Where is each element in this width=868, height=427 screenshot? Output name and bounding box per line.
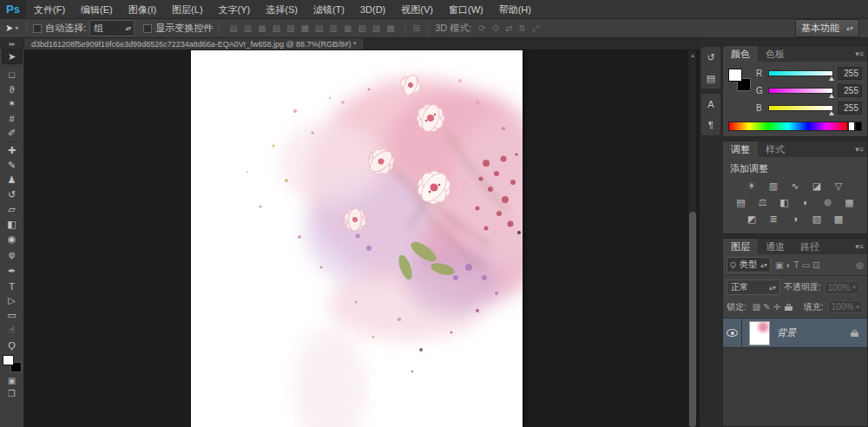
3d-mode-icon-4[interactable]: ⤢ [530,23,541,34]
layer-visibility-toggle[interactable] [723,319,742,347]
auto-select-checkbox[interactable] [33,24,42,33]
workspace-switcher[interactable]: 基本功能 ▴▾ [795,19,859,37]
tab-swatches[interactable]: 色板 [758,46,792,62]
3d-mode-icon-3[interactable]: ⇅ [516,23,527,34]
vibrance-icon[interactable]: ▽ [830,179,848,193]
menu-item-4[interactable]: 文字(Y) [211,0,259,19]
history-brush-tool[interactable]: ↺ [2,187,23,202]
3d-mode-icon-2[interactable]: ⇄ [503,23,514,34]
align-icon-1[interactable]: ▥ [242,23,253,33]
align-icon-10[interactable]: ▨ [371,23,382,33]
foreground-color-swatch[interactable] [3,355,14,365]
gradient-tool[interactable]: ◧ [2,217,23,232]
filter-type-layers-icon[interactable]: T [794,260,799,270]
toolbox-collapse-button[interactable]: ▸▸ [0,38,23,49]
threshold-icon[interactable]: ◑ [786,212,805,226]
menu-item-3[interactable]: 图层(L) [164,0,210,19]
healing-brush-tool[interactable]: ✚ [2,143,23,158]
channel-slider-r[interactable] [768,70,833,76]
eraser-tool[interactable]: ▱ [2,202,23,217]
dodge-tool[interactable]: φ [2,246,23,261]
pen-tool[interactable]: ✒ [2,264,23,279]
zoom-tool[interactable]: Ϙ [2,338,23,352]
color-lookup-icon[interactable]: ▦ [840,195,858,209]
layer-filter-kind-dropdown[interactable]: Ϙ 类型 ▴▾ [727,257,771,273]
channel-slider-g[interactable] [768,88,833,94]
menu-item-1[interactable]: 编辑(E) [73,0,121,19]
channel-mixer-icon[interactable]: ⊚ [819,195,837,209]
eyedropper-tool[interactable]: ✐ [2,126,23,141]
tab-styles[interactable]: 样式 [758,141,792,157]
photo-filter-icon[interactable]: ◐ [797,195,815,209]
scrollbar-thumb[interactable] [689,212,696,427]
move-tool[interactable]: ➤ [2,49,23,64]
menu-item-7[interactable]: 3D(D) [352,0,393,19]
hand-tool[interactable]: ☝ [2,323,23,338]
opacity-dropdown[interactable]: 100% ▾ [825,281,859,294]
paragraph-panel-icon[interactable]: ¶ [702,117,720,133]
lock-image-icon[interactable]: ✎ [763,302,770,312]
fill-dropdown[interactable]: 100% ▾ [828,300,863,313]
brightness-contrast-icon[interactable]: ☀ [743,179,761,193]
menu-item-10[interactable]: 帮助(H) [491,0,539,19]
3d-mode-icon-0[interactable]: ⟳ [477,23,487,34]
levels-icon[interactable]: ▥ [765,179,783,193]
lock-transparent-icon[interactable]: ▨ [753,302,760,312]
blend-mode-dropdown[interactable]: 正常 ▴▾ [727,279,780,295]
crop-tool[interactable]: # [2,111,23,126]
hue-saturation-icon[interactable]: ▤ [732,195,750,209]
white-shortcut-swatch[interactable] [848,122,855,131]
blur-tool[interactable]: ◉ [2,232,23,246]
scroll-up-icon[interactable]: ▲ [688,50,697,61]
exposure-icon[interactable]: ◪ [808,179,826,193]
channel-value[interactable]: 255 [838,102,862,115]
tool-preset-picker[interactable]: ➤ ▾ [3,23,20,34]
type-tool[interactable]: T [2,279,23,293]
color-spectrum-ramp[interactable] [728,122,848,131]
auto-align-layers-icon[interactable]: ⊞ [411,23,422,33]
align-icon-9[interactable]: ▧ [356,23,367,33]
align-icon-2[interactable]: ▦ [256,23,267,33]
layer-filter-toggle-icon[interactable]: ◎ [856,260,864,270]
lock-position-icon[interactable]: ✛ [773,302,780,312]
tab-adjustments[interactable]: 调整 [723,141,758,157]
black-shortcut-swatch[interactable] [855,122,862,131]
tab-channels[interactable]: 通道 [758,239,792,254]
filter-pixel-layers-icon[interactable]: ▣ [775,260,783,270]
align-icon-5[interactable]: ▩ [299,23,311,33]
character-panel-icon[interactable]: A [702,96,720,112]
auto-select-dropdown[interactable]: 组 ▴▾ [89,20,135,36]
open-document[interactable] [191,50,523,427]
vertical-scrollbar[interactable]: ▲ [687,50,696,427]
menu-item-5[interactable]: 选择(S) [258,0,306,19]
align-icon-4[interactable]: ▨ [285,23,296,33]
panel-menu-icon[interactable]: ▾≡ [855,242,864,251]
curves-icon[interactable]: ∿ [786,179,805,193]
tab-color[interactable]: 颜色 [723,46,758,62]
filter-adjustment-layers-icon[interactable]: ◐ [786,260,792,270]
tab-layers[interactable]: 图层 [723,239,758,254]
menu-item-6[interactable]: 滤镜(T) [306,0,352,19]
panel-menu-icon[interactable]: ▾≡ [855,145,864,154]
history-panel-icon[interactable]: ↺ [702,49,720,65]
properties-panel-icon[interactable]: ▤ [702,70,720,86]
quick-mask-button[interactable]: ▣ [8,376,16,385]
menu-item-2[interactable]: 图像(I) [121,0,164,19]
quick-selection-tool[interactable]: ✶ [2,96,23,111]
align-icon-0[interactable]: ▤ [227,23,239,33]
black-white-icon[interactable]: ◧ [775,195,793,209]
channel-value[interactable]: 255 [838,67,862,80]
path-selection-tool[interactable]: ▷ [2,293,23,308]
slider-knob-icon[interactable] [829,111,834,115]
invert-icon[interactable]: ◩ [743,212,761,226]
gradient-map-icon[interactable]: ▧ [808,212,826,226]
align-icon-11[interactable]: ▩ [385,23,396,33]
lasso-tool[interactable]: ϑ [2,82,23,96]
color-balance-icon[interactable]: ⚖ [753,195,772,209]
align-icon-6[interactable]: ▤ [313,23,325,33]
channel-slider-b[interactable] [768,105,833,111]
channel-value[interactable]: 255 [838,84,862,97]
brush-tool[interactable]: ✎ [2,158,23,173]
screen-mode-button[interactable]: ❒ [8,389,16,398]
menu-item-0[interactable]: 文件(F) [26,0,73,19]
